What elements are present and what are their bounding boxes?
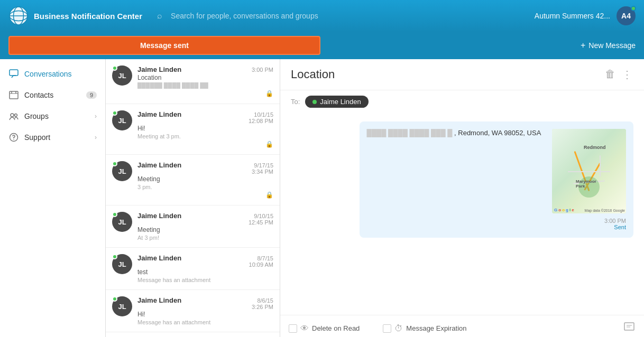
conv-name: Jaime Linden xyxy=(137,296,181,304)
sidebar-item-conversations[interactable]: Conversations xyxy=(0,63,105,85)
delete-on-read-checkbox[interactable] xyxy=(289,324,297,333)
message-footer: 👁 Delete on Read ⏱ Message Expiration xyxy=(280,315,644,337)
online-dot xyxy=(112,296,117,302)
list-item[interactable]: JL Jaime Linden 8/7/15 10:09 AM test Mes… xyxy=(106,248,280,290)
conversations-label: Conversations xyxy=(24,70,72,78)
list-item[interactable]: JL Jaime Linden 8/6/15 3:26 PM Hi! Messa… xyxy=(106,290,280,332)
conversation-list: JL Jaime Linden 3:00 PM Location ██████ … xyxy=(106,59,280,337)
list-item[interactable]: JL Jaime Linden 10/1/15 12:08 PM Hi! Mee… xyxy=(106,104,280,155)
search-input[interactable] xyxy=(151,7,394,24)
lock-icon: 🔒 xyxy=(265,141,273,148)
avatar: JL xyxy=(112,161,132,181)
conv-subject: Hi! xyxy=(137,311,273,318)
conv-preview: Message has an attachment xyxy=(137,319,273,325)
message-expiration-option[interactable]: ⏱ Message Expiration xyxy=(383,324,466,333)
message-header-actions: 🗑 ⋮ xyxy=(605,68,633,81)
map-redmond-label: Redmond xyxy=(584,145,606,150)
online-dot xyxy=(112,254,117,259)
message-time: 3:00 PM xyxy=(604,218,626,224)
avatar[interactable]: A4 xyxy=(617,6,636,25)
app-logo: Business Notification Center xyxy=(8,6,142,26)
map-image: Redmond MarymoorPark Google Map data ©20… xyxy=(552,129,626,213)
message-expiration-label: Message Expiration xyxy=(406,324,466,332)
delete-icon[interactable]: 🗑 xyxy=(605,68,615,81)
message-expiration-checkbox[interactable] xyxy=(383,324,391,333)
conv-time-date: 8/6/15 xyxy=(252,297,273,304)
contacts-icon xyxy=(8,90,19,100)
conv-time-date: 9/10/15 xyxy=(249,213,273,219)
contacts-badge: 9 xyxy=(86,91,97,99)
conv-time-date: 8/7/15 xyxy=(249,255,273,261)
svg-point-11 xyxy=(15,114,17,117)
support-icon xyxy=(8,132,19,143)
conv-content: Jaime Linden 9/10/15 12:45 PM Meeting At… xyxy=(137,212,273,241)
location-text: ████ ████ ████ ███ █ , Redmond, WA 98052… xyxy=(367,129,546,213)
list-item[interactable]: JL Jaime Linden 9/10/15 12:45 PM Meeting… xyxy=(106,205,280,248)
conv-preview: Message has an attachment xyxy=(137,277,273,283)
compose-icon xyxy=(623,321,636,333)
to-row: To: Jaime Linden xyxy=(280,90,644,113)
recipient-chip[interactable]: Jaime Linden xyxy=(305,96,368,108)
lock-icon: 🔒 xyxy=(265,90,273,97)
conv-time-hour: 3:34 PM xyxy=(252,168,273,175)
message-sent-button[interactable]: Message sent xyxy=(8,36,320,55)
app-header: Business Notification Center ⌕ Autumn Su… xyxy=(0,0,644,32)
plus-icon: + xyxy=(581,41,585,50)
delete-on-read-option[interactable]: 👁 Delete on Read xyxy=(289,324,360,333)
more-options-icon[interactable]: ⋮ xyxy=(622,68,633,81)
conv-subject: Meeting xyxy=(137,175,273,183)
online-dot xyxy=(112,65,117,71)
groups-label: Groups xyxy=(24,112,49,120)
recipient-online-dot xyxy=(312,100,317,104)
map-marymoor-label: MarymoorPark xyxy=(576,179,596,189)
message-title: Location xyxy=(291,68,335,81)
user-name: Autumn Summers 42... xyxy=(535,12,610,20)
conv-preview: At 3 pm! xyxy=(137,235,273,241)
conv-subject: Hi! xyxy=(137,125,273,132)
conv-subject: Meeting xyxy=(137,226,273,233)
bubble-time: 3:00 PM Sent xyxy=(367,218,626,230)
svg-point-13 xyxy=(13,139,14,140)
sidebar-item-groups[interactable]: Groups › xyxy=(0,106,105,127)
lock-icon: 🔒 xyxy=(265,191,273,199)
list-item[interactable]: JL Jaime Linden 9/17/15 3:34 PM Meeting … xyxy=(106,155,280,205)
sidebar-item-support[interactable]: Support › xyxy=(0,127,105,148)
sidebar: Conversations Contacts 9 Groups › Suppor… xyxy=(0,59,106,337)
delete-on-read-icon: 👁 xyxy=(300,324,309,333)
conv-content: Jaime Linden 3:00 PM Location ██████ ███… xyxy=(137,65,273,97)
svg-rect-5 xyxy=(10,70,18,76)
map-thumbnail: Redmond MarymoorPark Google Map data ©20… xyxy=(552,129,626,213)
list-item[interactable]: JL Jaime Linden 3:00 PM Location ██████ … xyxy=(106,59,280,104)
avatar: JL xyxy=(112,254,132,274)
conv-subject: test xyxy=(137,268,273,276)
new-message-button[interactable]: + New Message xyxy=(581,41,636,50)
conv-content: Jaime Linden 10/1/15 12:08 PM Hi! Meetin… xyxy=(137,110,273,148)
att-logo-icon xyxy=(8,6,29,26)
conv-name: Jaime Linden xyxy=(137,65,181,73)
online-dot xyxy=(112,212,117,217)
compose-button[interactable] xyxy=(623,321,636,336)
conv-time-hour: 10:09 AM xyxy=(249,261,273,268)
conv-content: Jaime Linden 9/17/15 3:34 PM Meeting 3 p… xyxy=(137,161,273,199)
conv-time-hour: 12:08 PM xyxy=(249,118,273,124)
conv-time: 3:00 PM xyxy=(252,67,273,73)
conv-time-hour: 12:45 PM xyxy=(249,219,273,226)
list-item[interactable]: JL Jaime Linden 8/6/15 xyxy=(106,332,280,337)
svg-point-10 xyxy=(11,114,14,117)
conv-preview: 3 pm. xyxy=(137,184,273,190)
avatar: JL xyxy=(112,212,132,232)
avatar: JL xyxy=(112,110,132,130)
notification-bar: Message sent + New Message xyxy=(0,32,644,59)
conv-content: Jaime Linden 8/7/15 10:09 AM test Messag… xyxy=(137,254,273,283)
header-right: Autumn Summers 42... A4 xyxy=(535,6,636,25)
recipient-name: Jaime Linden xyxy=(320,98,361,106)
sidebar-item-contacts[interactable]: Contacts 9 xyxy=(0,85,105,106)
support-label: Support xyxy=(24,133,50,142)
groups-chevron-icon: › xyxy=(95,113,97,120)
online-dot xyxy=(112,161,117,166)
conv-time-hour: 3:26 PM xyxy=(252,304,273,310)
conv-name: Jaime Linden xyxy=(137,212,181,220)
delete-on-read-label: Delete on Read xyxy=(312,324,360,332)
svg-rect-14 xyxy=(624,323,634,330)
conv-name: Jaime Linden xyxy=(137,254,181,262)
